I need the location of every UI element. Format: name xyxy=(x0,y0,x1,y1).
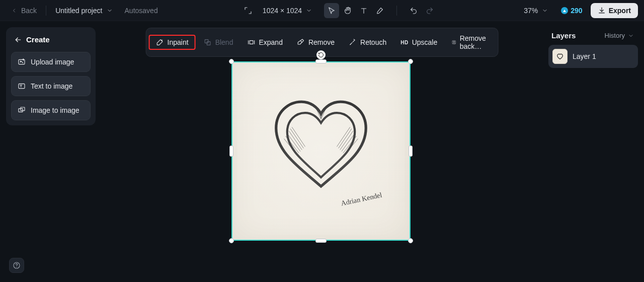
credits-button[interactable]: 290 xyxy=(556,5,587,17)
svg-rect-11 xyxy=(205,40,208,43)
resize-handle-br[interactable] xyxy=(408,238,413,243)
layers-title: Layers xyxy=(551,31,576,40)
resize-handle-left[interactable] xyxy=(229,146,233,157)
text-icon xyxy=(360,7,368,15)
history-label: History xyxy=(605,32,625,39)
layer-thumbnail xyxy=(552,49,568,64)
retouch-label: Retouch xyxy=(360,38,386,46)
upload-label: Upload image xyxy=(31,58,74,66)
history-dropdown[interactable]: History xyxy=(605,32,635,40)
blend-button: Blend xyxy=(198,35,239,50)
resize-handle-top[interactable] xyxy=(315,59,327,63)
export-button[interactable]: Export xyxy=(591,3,638,18)
img2img-label: Image to image xyxy=(31,106,79,114)
resize-handle-right[interactable] xyxy=(409,146,413,157)
undo-icon xyxy=(410,7,418,15)
remove-button[interactable]: Remove xyxy=(291,35,341,50)
svg-rect-12 xyxy=(207,42,210,45)
blend-label: Blend xyxy=(215,38,233,46)
resize-icon xyxy=(244,7,252,15)
canvas-size-dropdown[interactable]: 1024 × 1024 xyxy=(259,4,317,17)
expand-label: Expand xyxy=(259,38,282,46)
divider xyxy=(46,6,46,16)
expand-button[interactable]: Expand xyxy=(241,35,288,50)
project-name: Untitled project xyxy=(55,7,102,15)
divider xyxy=(396,6,397,16)
chevron-down-icon xyxy=(627,32,635,40)
chevron-down-icon xyxy=(541,7,549,15)
text-to-image-button[interactable]: Text to image xyxy=(11,76,91,96)
back-label: Back xyxy=(21,7,37,15)
cursor-icon xyxy=(328,7,336,15)
help-icon xyxy=(13,261,21,269)
svg-line-16 xyxy=(301,41,302,42)
upload-image-button[interactable]: Upload image xyxy=(11,52,91,72)
top-bar: Back Untitled project Autosaved 1024 × 1… xyxy=(0,0,644,21)
upscale-label: Upscale xyxy=(412,38,438,46)
inpaint-icon xyxy=(156,38,164,46)
inpaint-button[interactable]: Inpaint xyxy=(149,35,196,50)
create-header[interactable]: Create xyxy=(11,32,91,48)
resize-handle-tr[interactable] xyxy=(408,59,413,64)
expand-icon xyxy=(247,38,255,46)
remove-background-button[interactable]: Remove back… xyxy=(445,31,495,54)
undo-button[interactable] xyxy=(406,3,421,18)
help-button[interactable] xyxy=(9,258,24,273)
retouch-icon xyxy=(349,38,357,46)
text-tool[interactable] xyxy=(356,3,371,18)
hand-icon xyxy=(344,7,352,15)
remove-label: Remove xyxy=(308,38,335,46)
layer-item[interactable]: Layer 1 xyxy=(548,45,638,68)
canvas-selection[interactable]: Adrian Kendel xyxy=(231,61,411,241)
create-panel: Create Upload image Text to image Image … xyxy=(6,27,96,125)
hd-icon: HD xyxy=(400,40,408,45)
brush-icon xyxy=(376,7,384,15)
back-button[interactable]: Back xyxy=(6,4,41,17)
redo-button[interactable] xyxy=(422,3,437,18)
hand-tool[interactable] xyxy=(340,3,355,18)
svg-point-4 xyxy=(20,61,21,61)
zoom-value: 37% xyxy=(524,7,538,15)
history-cluster xyxy=(406,3,437,18)
eraser-icon xyxy=(297,38,305,46)
redo-icon xyxy=(426,7,434,15)
layers-panel: Layers History Layer 1 xyxy=(548,27,638,68)
resize-handle-bottom[interactable] xyxy=(315,239,327,243)
image-to-image-button[interactable]: Image to image xyxy=(11,100,91,120)
credit-icon xyxy=(561,7,568,14)
chevron-left-icon xyxy=(10,7,18,15)
project-name-dropdown[interactable]: Untitled project xyxy=(51,4,117,17)
svg-rect-5 xyxy=(19,84,25,88)
resize-canvas-button[interactable] xyxy=(240,3,256,18)
svg-rect-13 xyxy=(250,41,253,44)
upscale-button[interactable]: HD Upscale xyxy=(394,35,443,50)
chevron-down-icon xyxy=(305,7,313,15)
remove-bg-icon xyxy=(451,38,456,46)
brush-tool[interactable] xyxy=(372,3,387,18)
text2img-label: Text to image xyxy=(31,82,72,90)
create-title: Create xyxy=(26,35,50,44)
canvas-size-value: 1024 × 1024 xyxy=(263,7,302,15)
retouch-button[interactable]: Retouch xyxy=(343,35,392,50)
autosaved-status: Autosaved xyxy=(121,4,162,17)
resize-handle-bl[interactable] xyxy=(229,238,234,243)
image-to-image-icon xyxy=(18,106,26,114)
tool-cluster xyxy=(324,3,387,18)
layer-name: Layer 1 xyxy=(573,52,596,60)
svg-point-10 xyxy=(162,40,162,40)
text-to-image-icon xyxy=(18,82,26,90)
autosaved-label: Autosaved xyxy=(125,7,158,15)
rotate-handle[interactable] xyxy=(316,50,326,59)
svg-point-18 xyxy=(453,41,454,42)
select-tool[interactable] xyxy=(324,3,339,18)
back-arrow-icon xyxy=(14,36,22,44)
selection-outline xyxy=(231,61,411,241)
credits-value: 290 xyxy=(571,7,582,15)
resize-handle-tl[interactable] xyxy=(229,59,234,64)
removebg-label: Remove back… xyxy=(460,34,490,50)
download-icon xyxy=(598,7,606,15)
upload-image-icon xyxy=(18,58,26,66)
export-label: Export xyxy=(609,7,631,15)
zoom-dropdown[interactable]: 37% xyxy=(520,4,553,17)
chevron-down-icon xyxy=(106,7,114,15)
